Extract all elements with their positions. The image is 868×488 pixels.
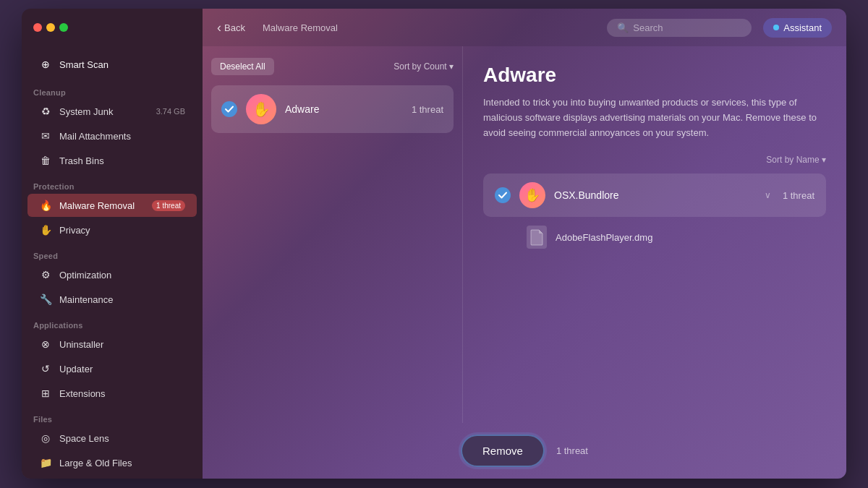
topbar: ‹ Back Malware Removal 🔍 Assistant bbox=[203, 9, 846, 46]
traffic-lights bbox=[33, 23, 68, 32]
sidebar-item-shredder[interactable]: ≡ Shredder bbox=[27, 476, 197, 479]
malware-entry-name: OSX.Bundlore bbox=[554, 189, 756, 201]
back-label: Back bbox=[224, 22, 245, 33]
system-junk-icon: ♻ bbox=[39, 105, 52, 118]
check-icon bbox=[221, 101, 237, 117]
main-content: ‹ Back Malware Removal 🔍 Assistant Desel… bbox=[203, 9, 846, 479]
app-window: ⊕ Smart Scan Cleanup ♻ System Junk 3.74 … bbox=[22, 9, 846, 479]
back-button[interactable]: ‹ Back bbox=[217, 20, 245, 35]
sidebar-item-label: Uninstaller bbox=[59, 339, 103, 350]
adware-icon: ✋ bbox=[246, 94, 276, 124]
adware-name: Adware bbox=[285, 103, 403, 115]
adware-list-item[interactable]: ✋ Adware 1 threat bbox=[211, 85, 454, 133]
section-label-speed: Speed bbox=[22, 243, 203, 263]
sidebar-item-label: Malware Removal bbox=[59, 200, 135, 211]
malware-check-icon bbox=[495, 187, 511, 203]
sidebar-item-label: Large & Old Files bbox=[59, 458, 132, 468]
section-label-files: Files bbox=[22, 406, 203, 427]
trash-icon: 🗑 bbox=[39, 154, 52, 167]
sidebar-item-large-old-files[interactable]: 📁 Large & Old Files bbox=[27, 451, 197, 474]
sidebar-item-label: System Junk bbox=[59, 106, 113, 117]
malware-icon: 🔥 bbox=[39, 199, 52, 212]
list-panel: Deselect All Sort by Count ▾ ✋ Adware 1 … bbox=[203, 46, 463, 423]
sidebar-item-label: Mail Attachments bbox=[59, 131, 131, 142]
detail-title: Adware bbox=[483, 64, 826, 87]
search-box[interactable]: 🔍 bbox=[607, 19, 752, 37]
content-area: Deselect All Sort by Count ▾ ✋ Adware 1 … bbox=[203, 46, 846, 423]
bottom-threat-count: 1 threat bbox=[556, 445, 588, 456]
sidebar-content: ⊕ Smart Scan Cleanup ♻ System Junk 3.74 … bbox=[22, 46, 203, 479]
large-files-icon: 📁 bbox=[39, 456, 52, 469]
sidebar-item-label: Privacy bbox=[59, 225, 90, 236]
section-label-cleanup: Cleanup bbox=[22, 80, 203, 100]
sidebar-item-mail-attachments[interactable]: ✉ Mail Attachments bbox=[27, 124, 197, 147]
sidebar-item-maintenance[interactable]: 🔧 Maintenance bbox=[27, 288, 197, 311]
assistant-button[interactable]: Assistant bbox=[763, 18, 832, 38]
malware-badge: 1 threat bbox=[152, 200, 185, 211]
optimization-icon: ⚙ bbox=[39, 268, 52, 281]
malware-entry-row[interactable]: ✋ OSX.Bundlore ∨ 1 threat bbox=[483, 174, 826, 217]
maintenance-icon: 🔧 bbox=[39, 293, 52, 306]
mail-icon: ✉ bbox=[39, 129, 52, 142]
malware-entry-threat-count: 1 threat bbox=[783, 190, 814, 201]
sidebar-item-label: Maintenance bbox=[59, 294, 113, 305]
detail-description: Intended to trick you into buying unwant… bbox=[483, 95, 826, 140]
sidebar-item-label: Updater bbox=[59, 364, 93, 374]
space-lens-icon: ◎ bbox=[39, 432, 52, 445]
malware-type-icon: ✋ bbox=[519, 182, 545, 208]
sidebar-item-label: Smart Scan bbox=[59, 59, 109, 70]
list-toolbar: Deselect All Sort by Count ▾ bbox=[211, 55, 454, 78]
sidebar-item-optimization[interactable]: ⚙ Optimization bbox=[27, 263, 197, 286]
sidebar-item-extensions[interactable]: ⊞ Extensions bbox=[27, 382, 197, 405]
smart-scan-icon: ⊕ bbox=[39, 58, 52, 71]
detail-sort-bar: Sort by Name ▾ bbox=[483, 155, 826, 165]
close-button[interactable] bbox=[33, 23, 42, 32]
section-label-protection: Protection bbox=[22, 174, 203, 194]
sidebar-item-label: Optimization bbox=[59, 270, 111, 281]
sidebar-item-label: Trash Bins bbox=[59, 155, 104, 166]
assistant-label: Assistant bbox=[783, 22, 822, 33]
sidebar-item-updater[interactable]: ↺ Updater bbox=[27, 357, 197, 380]
sidebar-item-space-lens[interactable]: ◎ Space Lens bbox=[27, 427, 197, 450]
detail-panel: Adware Intended to trick you into buying… bbox=[463, 46, 846, 423]
uninstaller-icon: ⊗ bbox=[39, 338, 52, 351]
search-icon: 🔍 bbox=[617, 22, 629, 33]
updater-icon: ↺ bbox=[39, 362, 52, 375]
adware-threat-count: 1 threat bbox=[412, 104, 443, 115]
sidebar-item-system-junk[interactable]: ♻ System Junk 3.74 GB bbox=[27, 100, 197, 123]
file-entry-name: AdobeFlashPlayer.dmg bbox=[556, 232, 652, 243]
privacy-icon: ✋ bbox=[39, 223, 52, 236]
sidebar-titlebar bbox=[22, 9, 203, 46]
deselect-all-button[interactable]: Deselect All bbox=[211, 58, 274, 75]
remove-button[interactable]: Remove bbox=[461, 435, 545, 467]
sidebar-item-privacy[interactable]: ✋ Privacy bbox=[27, 218, 197, 241]
sidebar-item-label: Space Lens bbox=[59, 433, 109, 444]
system-junk-size: 3.74 GB bbox=[156, 107, 185, 116]
assistant-dot-icon bbox=[773, 25, 779, 30]
sidebar-item-smart-scan[interactable]: ⊕ Smart Scan bbox=[27, 52, 197, 77]
expand-icon[interactable]: ∨ bbox=[765, 190, 771, 200]
search-input[interactable] bbox=[633, 22, 741, 33]
file-entry-row[interactable]: AdobeFlashPlayer.dmg bbox=[483, 218, 826, 256]
sidebar-item-label: Extensions bbox=[59, 388, 106, 399]
sort-by-count-label[interactable]: Sort by Count ▾ bbox=[393, 61, 454, 72]
sort-by-name-label[interactable]: Sort by Name ▾ bbox=[766, 155, 826, 165]
sidebar-item-trash-bins[interactable]: 🗑 Trash Bins bbox=[27, 149, 197, 172]
back-arrow-icon: ‹ bbox=[217, 20, 221, 35]
minimize-button[interactable] bbox=[46, 23, 55, 32]
sidebar-item-malware-removal[interactable]: 🔥 Malware Removal 1 threat bbox=[27, 194, 197, 217]
maximize-button[interactable] bbox=[59, 23, 68, 32]
sidebar: ⊕ Smart Scan Cleanup ♻ System Junk 3.74 … bbox=[22, 9, 203, 479]
file-icon bbox=[527, 226, 547, 249]
sidebar-item-uninstaller[interactable]: ⊗ Uninstaller bbox=[27, 333, 197, 356]
extensions-icon: ⊞ bbox=[39, 387, 52, 400]
section-label-applications: Applications bbox=[22, 312, 203, 333]
topbar-section-title: Malware Removal bbox=[263, 22, 338, 33]
bottom-bar: Remove 1 threat bbox=[203, 423, 846, 479]
